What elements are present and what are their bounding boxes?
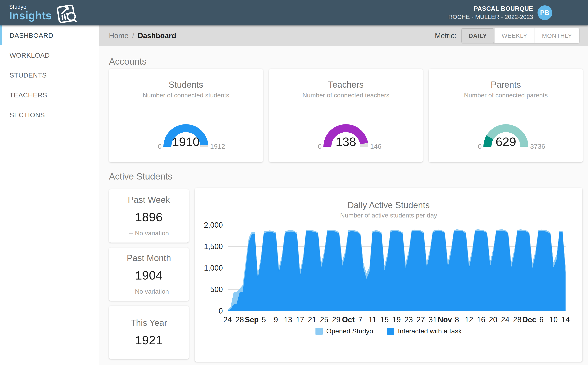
summary-card-value: 1904 [135,268,163,282]
x-axis-tick-label: 25 [320,316,328,324]
gauge-card-teachers: TeachersNumber of connected teachers1380… [269,69,423,162]
gauge-card-students: StudentsNumber of connected students1910… [109,69,263,162]
breadcrumb-separator: / [132,32,134,40]
breadcrumb-bar: Home / Dashboard Metric: DAILYWEEKLYMONT… [99,25,588,46]
breadcrumb-home-link[interactable]: Home [109,32,129,40]
y-axis-tick-label: 0 [219,307,223,315]
sidebar-item-label: SECTIONS [10,111,45,119]
x-axis-tick-label: 29 [332,316,340,324]
gauge-card-subtitle: Number of connected students [109,92,263,99]
x-axis-tick-label: 24 [501,316,509,324]
logo-insights: Insights [9,10,52,21]
main-content: Accounts StudentsNumber of connected stu… [99,46,588,365]
legend-label: Opened Studyo [326,327,373,335]
x-axis-tick-label: 12 [465,316,473,324]
summary-card-value: 1896 [135,210,163,224]
x-axis-tick-label: 28 [236,316,244,324]
metric-control: Metric: DAILYWEEKLYMONTHLY [435,28,580,44]
accounts-gauge-row: StudentsNumber of connected students1910… [109,69,583,162]
y-axis-tick-label: 500 [210,285,223,294]
summary-card-title: Past Month [127,253,171,263]
legend-label: Interacted with a task [398,327,462,335]
daily-active-students-chart-card: Daily Active Students Number of active s… [195,188,582,362]
students-gauge: 191001912 [134,109,238,151]
gauge-card-subtitle: Number of connected parents [429,92,583,99]
x-axis-tick-label: 23 [405,316,413,324]
metric-button-monthly[interactable]: MONTHLY [534,28,579,43]
summary-card-this-year: This Year1921 [109,306,189,359]
x-axis-tick-label: Nov [438,316,452,324]
x-axis-tick-label: Sep [245,316,259,324]
active-students-section-title: Active Students [109,171,173,182]
sidebar-item-students[interactable]: STUDENTS [0,65,99,85]
gauge-value: 629 [496,135,516,148]
x-axis-tick-label: 27 [416,316,425,324]
gauge-min-label: 0 [478,142,482,150]
parents-gauge: 62903736 [454,109,558,151]
app-logo: Studyo Insights [9,1,78,24]
metric-button-weekly[interactable]: WEEKLY [494,28,534,43]
avatar[interactable]: PB [538,5,552,20]
breadcrumb: Home / Dashboard [109,32,176,40]
legend-item-interacted-with-a-task: Interacted with a task [387,327,462,335]
metric-label: Metric: [435,32,456,40]
x-axis-tick-label: Oct [342,316,355,324]
x-axis-tick-label: 20 [489,316,497,324]
x-axis-tick-label: 7 [358,316,362,324]
summary-card-past-week: Past Week1896-- No variation [109,189,189,243]
x-axis-tick-label: 24 [224,316,232,324]
sidebar-item-sections[interactable]: SECTIONS [0,105,99,125]
y-axis-tick-label: 1,000 [204,264,223,272]
user-context: ROCHE - MULLER - 2022-2023 [448,13,533,21]
y-axis-tick-label: 2,000 [204,222,223,229]
legend-swatch-icon [387,328,394,335]
gauge-card-title: Parents [429,80,583,90]
gauge-card-subtitle: Number of connected teachers [269,92,423,99]
gauge-min-label: 0 [318,142,322,150]
area-chart-plot: 05001,0001,5002,0002428Sep591317212529Oc… [200,222,577,325]
sidebar-item-dashboard[interactable]: DASHBOARD [0,25,99,45]
x-axis-tick-label: 6 [539,316,544,324]
summary-card-title: Past Week [128,195,170,205]
sidebar-item-label: DASHBOARD [10,32,53,39]
legend-swatch-icon [315,328,323,335]
x-axis-tick-label: 14 [561,316,570,324]
logo-studyo: Studyo [9,4,52,10]
chart-title: Daily Active Students [195,200,582,210]
x-axis-tick-label: 11 [369,316,376,324]
x-axis-tick-label: 10 [549,316,558,324]
summary-card-variation: -- No variation [129,288,169,295]
sidebar-item-label: TEACHERS [10,91,47,99]
user-name: PASCAL BOURQUE [448,5,533,13]
x-axis-tick-label: 19 [392,316,401,324]
x-axis-tick-label: 8 [455,316,459,324]
legend-item-opened-studyo: Opened Studyo [315,327,373,335]
teachers-gauge: 1380146 [294,109,398,151]
metric-button-daily[interactable]: DAILY [461,28,494,43]
gauge-value: 138 [336,135,356,148]
user-menu[interactable]: PASCAL BOURQUE ROCHE - MULLER - 2022-202… [448,5,552,21]
gauge-min-label: 0 [158,142,162,150]
breadcrumb-current: Dashboard [138,32,176,40]
sidebar-item-teachers[interactable]: TEACHERS [0,85,99,105]
app-header: Studyo Insights PASCAL BOURQUE ROCHE - M… [0,0,588,25]
metric-button-group: DAILYWEEKLYMONTHLY [461,28,580,44]
chart-subtitle: Number of active students per day [195,212,582,219]
x-axis-tick-label: 9 [274,316,278,324]
gauge-card-parents: ParentsNumber of connected parents629037… [429,69,583,162]
x-axis-tick-label: 5 [262,316,266,324]
area-series-interacted-with-a-task [228,231,566,311]
logo-text: Studyo Insights [9,4,52,21]
summary-card-value: 1921 [135,333,163,347]
gauge-card-title: Teachers [269,80,423,90]
x-axis-tick-label: 17 [296,316,304,324]
x-axis-tick-label: 31 [429,316,437,324]
x-axis-tick-label: 15 [380,316,389,324]
summary-card-title: This Year [131,318,167,328]
gauge-max-label: 1912 [210,142,225,150]
gauge-value: 1910 [172,135,200,148]
sidebar-nav: DASHBOARDWORKLOADSTUDENTSTEACHERSSECTION… [0,25,99,365]
active-students-summary-column: Past Week1896-- No variationPast Month19… [109,189,189,364]
sidebar-item-workload[interactable]: WORKLOAD [0,45,99,65]
summary-card-past-month: Past Month1904-- No variation [109,247,189,301]
